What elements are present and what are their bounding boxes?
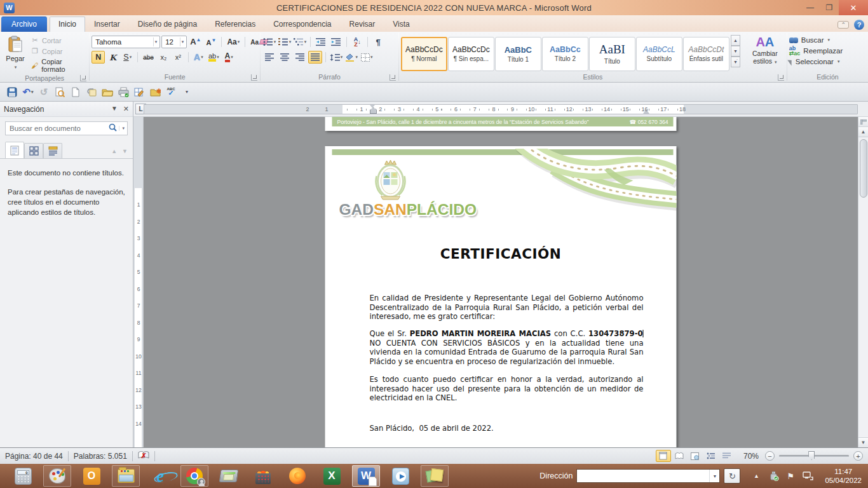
edit-table-icon[interactable] <box>133 86 145 98</box>
minimize-ribbon-icon[interactable]: ⌃ <box>837 21 849 29</box>
styles-dialog-launcher-icon[interactable] <box>778 74 784 81</box>
save-icon[interactable] <box>6 86 18 98</box>
ruler-toggle-icon[interactable] <box>858 117 868 127</box>
styles-scroll-up-icon[interactable]: ▲ <box>731 35 740 46</box>
open-folder-icon[interactable] <box>102 86 113 98</box>
cut-button[interactable]: ✂Cortar <box>29 36 87 45</box>
sort-button[interactable]: AZ↓ <box>350 36 364 48</box>
excel-icon[interactable]: X <box>318 465 346 487</box>
tab-diseño-de-página[interactable]: Diseño de página <box>129 17 206 32</box>
outline-view-icon[interactable] <box>703 450 719 462</box>
font-name-select[interactable]: Tahoma▾ <box>92 36 160 48</box>
replace-button[interactable]: ab⇄acReemplazar <box>789 46 843 56</box>
tab-inicio[interactable]: Inicio <box>50 17 85 32</box>
shredder-icon[interactable] <box>249 465 277 487</box>
chrome-icon[interactable] <box>180 465 208 487</box>
page-indicator[interactable]: Página: 40 de 44 <box>5 452 63 461</box>
justify-button[interactable] <box>308 51 322 64</box>
spelling-grammar-icon[interactable]: ABC✓ <box>165 86 177 98</box>
font-size-select[interactable]: 12▾ <box>161 36 187 48</box>
increase-indent-button[interactable] <box>329 36 343 48</box>
align-center-button[interactable] <box>278 51 292 64</box>
show-marks-button[interactable]: ¶ <box>371 36 385 48</box>
browse-headings-tab[interactable] <box>5 142 24 158</box>
previous-result-icon[interactable]: ▲ <box>111 148 117 154</box>
close-button[interactable]: ✕ <box>839 0 868 15</box>
numbering-button[interactable]: ▾ <box>278 36 292 48</box>
format-painter-button[interactable]: 🖌Copiar formato <box>29 57 87 74</box>
outlook-icon[interactable]: O <box>78 465 105 487</box>
grow-font-button[interactable]: A▲ <box>188 36 203 48</box>
tab-referencias[interactable]: Referencias <box>206 17 264 32</box>
style--sin-espa-[interactable]: AaBbCcDc¶ Sin espa... <box>448 37 494 71</box>
browse-pages-tab[interactable] <box>24 143 43 158</box>
indent-marker-icon[interactable] <box>370 105 376 114</box>
bullets-button[interactable]: ▾ <box>262 36 276 48</box>
copy-button[interactable]: ❐Copiar <box>29 46 87 56</box>
subscript-button[interactable]: x₂ <box>157 51 170 64</box>
align-left-button[interactable] <box>262 51 276 64</box>
address-dropdown-icon[interactable]: ▼ <box>709 470 719 482</box>
print-layout-view-icon[interactable] <box>656 450 671 462</box>
font-color-button[interactable]: A▾ <box>222 51 236 64</box>
print-preview-icon[interactable] <box>54 86 65 98</box>
document-page[interactable]: GADSANPLÁCIDO CERTIFICACIÓN En calidad d… <box>325 146 677 447</box>
select-button[interactable]: Seleccionar▾ <box>789 58 843 65</box>
document-canvas[interactable]: Portoviejo - San Plácido, calle 1 de dic… <box>144 117 858 447</box>
word-count[interactable]: Palabras: 5.051 <box>74 452 127 461</box>
line-spacing-button[interactable]: ▾ <box>329 51 343 64</box>
sticky-notes-icon[interactable] <box>421 465 449 487</box>
help-icon[interactable]: ? <box>854 20 864 30</box>
word-taskbar-icon[interactable]: W <box>352 465 380 487</box>
document-search-box[interactable]: ▾ <box>5 121 128 135</box>
text-highlight-button[interactable]: ab▾ <box>207 51 221 64</box>
hidden-icons-chevron-icon[interactable]: ▲ <box>750 470 762 482</box>
style-subtítulo[interactable]: AaBbCcLSubtítulo <box>636 37 682 71</box>
tab-vista[interactable]: Vista <box>384 17 418 32</box>
align-right-button[interactable] <box>293 51 307 64</box>
draft-view-icon[interactable] <box>719 450 735 462</box>
superscript-button[interactable]: x² <box>172 51 185 64</box>
paste-button[interactable]: Pegar▾ <box>2 33 29 74</box>
style-título-1[interactable]: AaBbCTítulo 1 <box>495 37 541 71</box>
file-explorer-icon[interactable] <box>112 465 140 487</box>
zoom-level[interactable]: 70% <box>743 452 759 461</box>
new-folder-icon[interactable]: ✱ <box>149 86 161 98</box>
style--normal[interactable]: AaBbCcDc¶ Normal <box>401 37 447 71</box>
change-case-button[interactable]: Aa▾ <box>225 36 241 48</box>
previous-page-fragment[interactable]: Portoviejo - San Plácido, calle 1 de dic… <box>325 117 677 131</box>
search-input[interactable] <box>10 125 107 132</box>
change-styles-button[interactable]: AA Cambiar estilos ▾ <box>745 33 785 72</box>
styles-scroll-down-icon[interactable]: ▼ <box>731 46 740 57</box>
scroll-down-icon[interactable]: ▼ <box>858 437 868 447</box>
web-layout-view-icon[interactable] <box>688 450 703 462</box>
paragraph-dialog-launcher-icon[interactable] <box>390 74 396 81</box>
tab-archivo[interactable]: Archivo <box>1 17 47 32</box>
qat-more-icon[interactable]: ▾ <box>181 86 193 98</box>
style-título[interactable]: AaBITítulo <box>589 37 635 71</box>
next-result-icon[interactable]: ▼ <box>122 148 128 154</box>
scanner-icon[interactable] <box>215 465 243 487</box>
borders-button[interactable]: ▾ <box>360 51 374 64</box>
h-ruler[interactable]: 21123456789101112131415161718 <box>144 104 858 114</box>
usb-device-icon[interactable] <box>768 470 779 482</box>
search-options-icon[interactable]: ▾ <box>119 126 125 131</box>
browse-results-tab[interactable] <box>43 143 62 158</box>
network-icon[interactable] <box>802 470 813 482</box>
undo-icon[interactable]: ↶▾ <box>22 86 34 98</box>
zoom-out-icon[interactable]: − <box>765 451 775 461</box>
scrollbar-thumb[interactable] <box>860 139 867 198</box>
taskbar-clock[interactable]: 11:47 05/04/2022 <box>825 467 862 485</box>
scroll-up-icon[interactable]: ▲ <box>858 127 868 137</box>
decrease-indent-button[interactable] <box>314 36 328 48</box>
zoom-in-icon[interactable]: + <box>853 451 863 461</box>
tab-insertar[interactable]: Insertar <box>85 17 129 32</box>
address-input[interactable] <box>577 470 709 482</box>
internet-explorer-icon[interactable]: e <box>146 465 174 487</box>
calculator-icon[interactable]: 0 <box>9 465 37 487</box>
tab-revisar[interactable]: Revisar <box>341 17 384 32</box>
multilevel-list-button[interactable]: ▾ <box>293 36 307 48</box>
font-dialog-launcher-icon[interactable] <box>251 74 257 81</box>
clipboard-dialog-launcher-icon[interactable] <box>80 75 86 81</box>
paint-icon[interactable] <box>43 465 71 487</box>
